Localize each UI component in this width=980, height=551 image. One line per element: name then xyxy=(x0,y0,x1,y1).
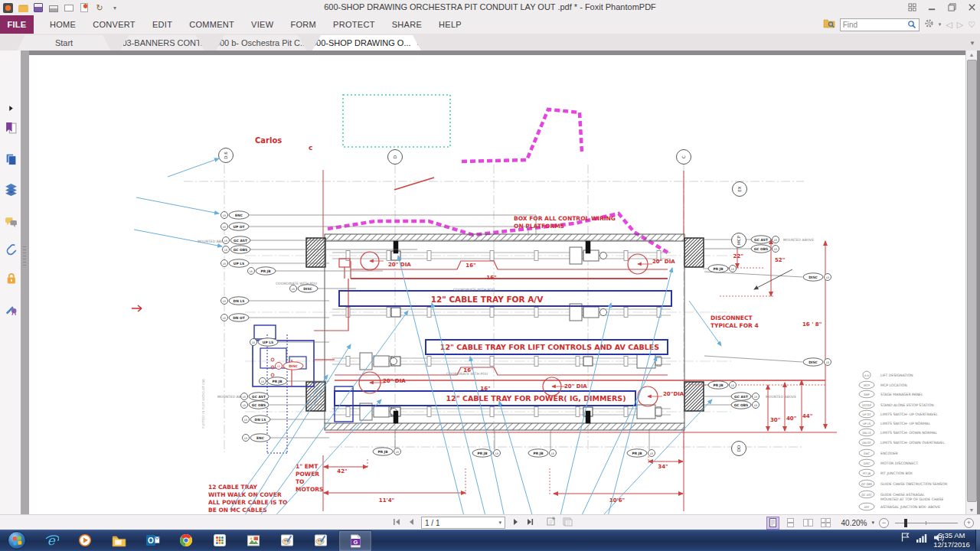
menu-item-protect[interactable]: PROTECT xyxy=(325,20,384,29)
document-tab-4[interactable]: 600-SHOP DRAWING O...× xyxy=(312,35,421,51)
document-tab-1[interactable]: Start xyxy=(17,35,111,51)
sidebar-layers-icon[interactable] xyxy=(4,182,18,196)
taskbar-app-paint-2[interactable] xyxy=(305,530,337,550)
taskbar-app-app-grid[interactable] xyxy=(204,530,236,550)
action-center-flag-icon[interactable] xyxy=(900,532,910,546)
favorites-heart-icon[interactable]: ♡ xyxy=(968,20,975,30)
save-icon[interactable] xyxy=(33,2,44,13)
find-input[interactable]: Find xyxy=(840,18,920,31)
undo-redo-icon[interactable]: ↻ xyxy=(94,2,105,13)
dimension-text: 52" xyxy=(775,257,785,263)
menu-item-home[interactable]: HOME xyxy=(41,20,84,29)
page-dropdown-caret[interactable]: ▾ xyxy=(498,520,501,526)
close-tab-icon[interactable]: × xyxy=(417,38,422,47)
close-button[interactable] xyxy=(967,2,977,12)
show-desktop-button[interactable] xyxy=(975,530,980,551)
menu-item-comment[interactable]: COMMENT xyxy=(181,20,243,29)
taskbar-app-internet-explorer[interactable]: e xyxy=(35,530,67,550)
network-signal-icon[interactable] xyxy=(916,532,927,546)
menu-item-share[interactable]: SHARE xyxy=(384,20,430,29)
scroll-down-icon[interactable]: ▼ xyxy=(966,507,977,513)
menu-items: HOMECONVERTEDITCOMMENTVIEWFORMPROTECTSHA… xyxy=(41,15,470,34)
file-menu-button[interactable]: FILE xyxy=(0,15,34,34)
create-pdf-icon[interactable] xyxy=(79,2,90,13)
grid-bubble-label: C xyxy=(681,155,686,158)
previous-page-icon[interactable] xyxy=(407,516,416,530)
taskbar-clock[interactable]: 5:35 AM 12/17/2016 xyxy=(928,531,975,549)
scrollbar-thumb[interactable] xyxy=(967,60,977,502)
zoom-dropdown-caret[interactable]: ▾ xyxy=(871,520,874,526)
customize-caret-icon[interactable]: ▾ xyxy=(109,2,120,13)
first-page-icon[interactable] xyxy=(392,516,401,530)
print-icon[interactable] xyxy=(48,2,59,13)
sidebar-bookmarks-icon[interactable] xyxy=(4,121,18,135)
svg-text:G: G xyxy=(353,539,358,546)
tray-label-3: 12" CABLE TRAY FOR POWER( IG, DIMMERS) xyxy=(446,394,626,403)
sidebar-page-thumbnails-icon[interactable] xyxy=(4,152,18,165)
search-folder-icon[interactable] xyxy=(823,18,835,31)
restore-button[interactable] xyxy=(947,2,957,12)
legend-text: PIT JUNCTION BOX xyxy=(880,471,913,475)
search-icon[interactable] xyxy=(907,20,916,29)
zoom-in-icon[interactable]: + xyxy=(964,518,974,528)
clipboard-page-icon[interactable] xyxy=(562,516,573,530)
taskbar-app-outlook[interactable]: O xyxy=(136,530,168,550)
page-number-input[interactable]: 1 / 1 ▾ xyxy=(421,517,505,529)
zoom-slider[interactable] xyxy=(895,523,958,523)
sidebar-digital-signatures-icon[interactable] xyxy=(4,302,18,315)
legend-tag: GC OBS xyxy=(861,483,873,486)
zoom-out-icon[interactable]: − xyxy=(879,518,889,528)
sidebar-expand-arrow-icon[interactable] xyxy=(4,101,18,115)
drawing-note: ON PLATFORMS xyxy=(514,223,564,230)
email-card-icon[interactable] xyxy=(64,2,74,13)
sidebar-security-icon[interactable] xyxy=(4,271,18,285)
taskbar-app-paint[interactable] xyxy=(271,530,303,550)
tab-label: 503-BANNERS CONT... xyxy=(117,38,207,47)
dimension-text: 20" DIA xyxy=(383,378,406,384)
menu-item-help[interactable]: HELP xyxy=(430,20,470,29)
drawing-note: ALL POWER CABLE IS TO xyxy=(208,499,287,506)
menu-item-view[interactable]: VIEW xyxy=(243,20,282,29)
clock-date: 12/17/2016 xyxy=(928,540,975,549)
snapshot-page-icon[interactable] xyxy=(546,516,557,530)
minimize-button[interactable] xyxy=(927,2,937,12)
legend-tag: DISC xyxy=(864,462,871,465)
start-button[interactable] xyxy=(3,531,31,549)
scroll-up-icon[interactable]: ▲ xyxy=(966,52,977,57)
gear-dropdown-caret[interactable]: ▾ xyxy=(939,21,942,28)
legend-tag: ENC xyxy=(864,452,870,455)
taskbar-app-chrome[interactable] xyxy=(170,530,202,550)
document-tab-3[interactable]: 600 b- Oschestra Pit C... xyxy=(216,35,306,51)
single-page-view-icon[interactable] xyxy=(766,517,779,530)
find-settings-gear-icon[interactable] xyxy=(924,18,934,31)
dimension-text: 20"DIA xyxy=(663,391,684,397)
foxit-logo-icon[interactable] xyxy=(2,2,13,13)
facing-view-icon[interactable] xyxy=(802,517,815,530)
menu-item-convert[interactable]: CONVERT xyxy=(84,20,144,29)
menu-item-edit[interactable]: EDIT xyxy=(144,20,181,29)
grid-bubble-label: D xyxy=(393,155,397,158)
continuous-view-icon[interactable] xyxy=(784,517,797,530)
sidebar-comments-icon[interactable] xyxy=(4,214,18,228)
sidebar-attachments-icon[interactable] xyxy=(4,242,18,256)
next-page-icon[interactable] xyxy=(511,516,520,530)
find-next-icon[interactable]: ▷ xyxy=(957,20,963,30)
zoom-percentage[interactable]: 40.20% xyxy=(841,519,867,527)
last-page-icon[interactable] xyxy=(525,516,534,530)
menu-item-form[interactable]: FORM xyxy=(282,20,325,29)
find-previous-icon[interactable]: ◁ xyxy=(946,20,952,30)
panel-divider[interactable] xyxy=(21,51,29,514)
layout-grid-button[interactable] xyxy=(907,2,917,12)
document-tab-2[interactable]: 503-BANNERS CONT... xyxy=(120,35,204,51)
vertical-scrollbar[interactable]: ▲ ▼ xyxy=(965,51,977,514)
equipment-tag: GC AST xyxy=(252,395,266,399)
slider-handle[interactable] xyxy=(904,519,907,527)
tab-list-caret-icon[interactable]: ▼ xyxy=(969,40,975,47)
open-folder-icon[interactable] xyxy=(18,2,28,13)
taskbar-app-goto-app[interactable]: G xyxy=(338,530,372,551)
taskbar-app-photo-viewer[interactable] xyxy=(237,530,270,550)
divider-grip[interactable] xyxy=(23,246,26,268)
taskbar-app-media-player[interactable] xyxy=(69,530,101,550)
continuous-facing-view-icon[interactable] xyxy=(819,517,832,530)
taskbar-app-file-explorer[interactable] xyxy=(103,530,135,550)
